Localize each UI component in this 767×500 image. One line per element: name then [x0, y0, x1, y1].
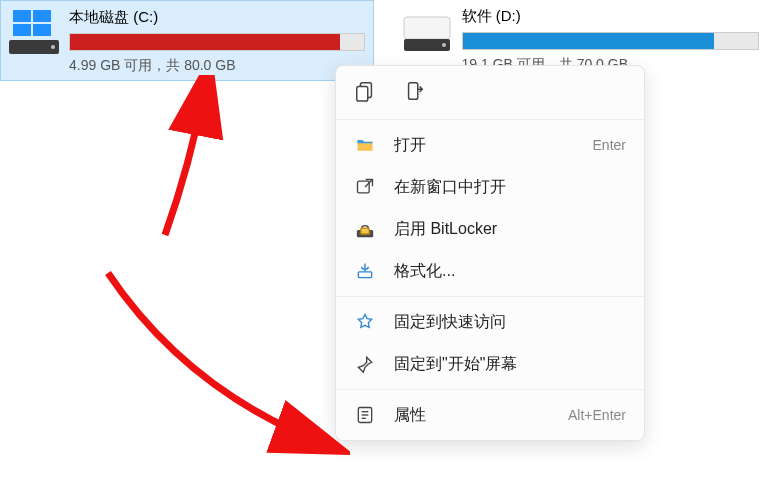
- menu-pin-quickaccess-label: 固定到快速访问: [394, 312, 626, 333]
- drive-d-icon: [402, 5, 452, 55]
- menu-open-new-window-label: 在新窗口中打开: [394, 177, 626, 198]
- context-menu-toolbar: [336, 74, 644, 115]
- drive-c-info: 本地磁盘 (C:) 4.99 GB 可用，共 80.0 GB: [69, 6, 365, 75]
- drive-c-usagebar: [69, 33, 365, 51]
- svg-rect-15: [361, 228, 369, 234]
- svg-rect-2: [13, 10, 31, 22]
- separator: [336, 296, 644, 297]
- bitlocker-icon: [354, 218, 376, 240]
- menu-format[interactable]: 格式化...: [336, 250, 644, 292]
- format-icon: [354, 260, 376, 282]
- menu-open[interactable]: 打开 Enter: [336, 124, 644, 166]
- menu-pin-start-label: 固定到"开始"屏幕: [394, 354, 626, 375]
- pin-quickaccess-icon: [354, 311, 376, 333]
- menu-properties-label: 属性: [394, 405, 568, 426]
- pin-start-icon: [354, 353, 376, 375]
- svg-rect-16: [358, 272, 371, 278]
- separator: [336, 389, 644, 390]
- menu-bitlocker[interactable]: 启用 BitLocker: [336, 208, 644, 250]
- open-folder-icon: [354, 134, 376, 156]
- drive-d-label: 软件 (D:): [462, 7, 759, 26]
- paste-icon[interactable]: [404, 80, 426, 105]
- menu-open-new-window[interactable]: 在新窗口中打开: [336, 166, 644, 208]
- menu-pin-start[interactable]: 固定到"开始"屏幕: [336, 343, 644, 385]
- menu-properties[interactable]: 属性 Alt+Enter: [336, 394, 644, 436]
- svg-rect-4: [13, 24, 31, 36]
- svg-rect-10: [357, 86, 368, 101]
- menu-bitlocker-label: 启用 BitLocker: [394, 219, 626, 240]
- drive-d-info: 软件 (D:) 19.1 GB 可用，共 70.0 GB: [462, 5, 759, 74]
- drive-d-usagebar: [462, 32, 759, 50]
- menu-open-label: 打开: [394, 135, 593, 156]
- svg-point-1: [51, 45, 55, 49]
- svg-point-8: [442, 43, 446, 47]
- menu-properties-shortcut: Alt+Enter: [568, 407, 626, 423]
- svg-rect-12: [358, 181, 370, 193]
- menu-format-label: 格式化...: [394, 261, 626, 282]
- annotation-arrow-2: [100, 265, 350, 465]
- context-menu: 打开 Enter 在新窗口中打开 启用 BitLocker: [335, 65, 645, 441]
- drive-d-usage-fill: [463, 33, 714, 49]
- svg-rect-5: [33, 24, 51, 36]
- svg-rect-6: [404, 17, 450, 39]
- drive-c-usage-fill: [70, 34, 340, 50]
- svg-rect-11: [409, 83, 418, 100]
- drive-c-label: 本地磁盘 (C:): [69, 8, 365, 27]
- menu-pin-quickaccess[interactable]: 固定到快速访问: [336, 301, 644, 343]
- menu-open-shortcut: Enter: [593, 137, 626, 153]
- separator: [336, 119, 644, 120]
- copy-icon[interactable]: [354, 80, 376, 105]
- drive-c-stats: 4.99 GB 可用，共 80.0 GB: [69, 57, 365, 75]
- drive-c-os-icon: [9, 6, 59, 56]
- open-new-window-icon: [354, 176, 376, 198]
- annotation-arrow-1: [155, 75, 245, 245]
- svg-rect-3: [33, 10, 51, 22]
- drive-c[interactable]: 本地磁盘 (C:) 4.99 GB 可用，共 80.0 GB: [0, 0, 374, 81]
- properties-icon: [354, 404, 376, 426]
